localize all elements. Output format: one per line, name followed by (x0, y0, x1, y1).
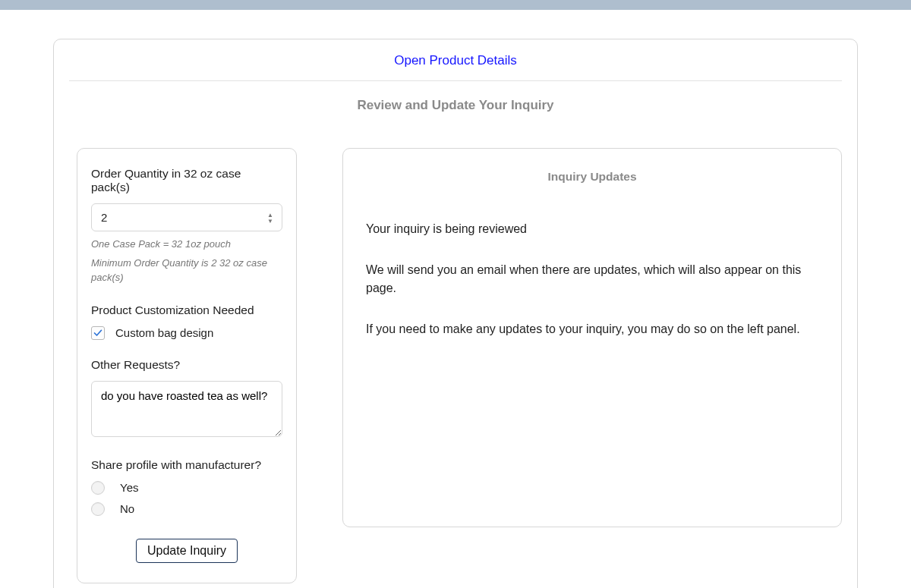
custom-bag-checkbox[interactable] (91, 326, 105, 340)
share-yes-label: Yes (120, 481, 138, 494)
other-requests-group: Other Requests? (91, 358, 282, 440)
main-card: Open Product Details Review and Update Y… (53, 39, 858, 588)
update-inquiry-button[interactable]: Update Inquiry (136, 539, 238, 563)
content-columns: Order Quantity in 32 oz case pack(s) ▲ ▼… (69, 148, 842, 583)
submit-wrap: Update Inquiry (91, 539, 282, 563)
share-yes-row: Yes (91, 481, 282, 495)
share-no-radio[interactable] (91, 502, 105, 516)
top-strip (0, 0, 911, 10)
check-icon (93, 329, 102, 338)
quantity-help-1: One Case Pack = 32 1oz pouch (91, 237, 282, 252)
custom-bag-row: Custom bag design (91, 326, 282, 340)
updates-line-3: If you need to make any updates to your … (366, 320, 818, 338)
quantity-help-2: Minimum Order Quantity is 2 32 oz case p… (91, 256, 282, 285)
chevron-up-icon: ▲ (267, 212, 278, 217)
updates-line-2: We will send you an email when there are… (366, 261, 818, 297)
quantity-group: Order Quantity in 32 oz case pack(s) ▲ ▼… (91, 167, 282, 285)
quantity-label: Order Quantity in 32 oz case pack(s) (91, 167, 282, 194)
inquiry-form-panel: Order Quantity in 32 oz case pack(s) ▲ ▼… (77, 148, 297, 583)
quantity-input-wrap: ▲ ▼ (91, 203, 282, 231)
page-title: Review and Update Your Inquiry (69, 98, 842, 113)
share-no-row: No (91, 502, 282, 516)
updates-line-1: Your inquiry is being reviewed (366, 220, 818, 238)
chevron-down-icon: ▼ (267, 218, 278, 223)
updates-title: Inquiry Updates (366, 170, 818, 184)
share-yes-radio[interactable] (91, 481, 105, 495)
inquiry-updates-panel: Inquiry Updates Your inquiry is being re… (342, 148, 842, 527)
share-profile-group: Share profile with manufacturer? Yes No (91, 458, 282, 516)
custom-bag-label: Custom bag design (115, 326, 213, 339)
open-product-details-link[interactable]: Open Product Details (394, 53, 517, 68)
customization-label: Product Customization Needed (91, 303, 282, 317)
quantity-stepper[interactable]: ▲ ▼ (267, 212, 278, 223)
other-requests-textarea[interactable] (91, 381, 282, 437)
product-link-container: Open Product Details (69, 39, 842, 81)
quantity-input[interactable] (91, 203, 282, 231)
customization-group: Product Customization Needed Custom bag … (91, 303, 282, 340)
share-profile-label: Share profile with manufacturer? (91, 458, 282, 472)
share-no-label: No (120, 502, 134, 515)
other-requests-label: Other Requests? (91, 358, 282, 372)
